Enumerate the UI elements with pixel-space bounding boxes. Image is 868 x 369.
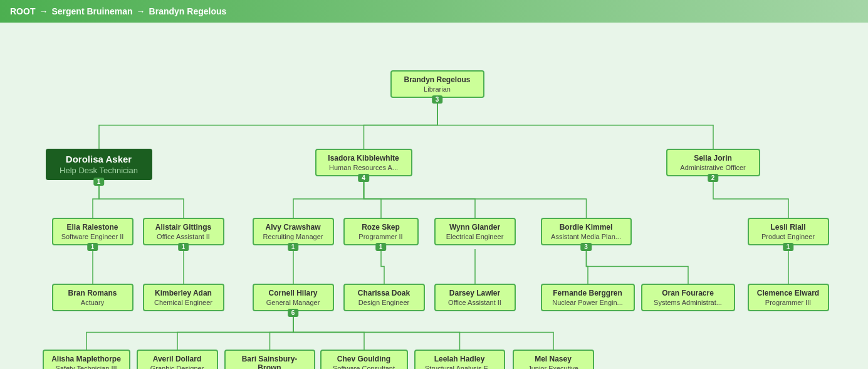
node-role-fernande: Nuclear Power Engin... [548, 299, 627, 306]
node-badge-isadora: 4 [358, 174, 369, 182]
node-role-wynn: Electrical Engineer [442, 233, 508, 240]
node-role-chev: Software Consultant [328, 365, 400, 369]
node-title-alisha: Alisha Maplethorpe [50, 355, 123, 363]
node-role-alisha: Safety Technician III [50, 365, 123, 369]
node-bari[interactable]: Bari Sainsbury-BrownMarketing Assistant [224, 350, 315, 369]
node-role-cornell: General Manager [260, 299, 327, 306]
node-badge-alvy: 1 [288, 243, 299, 251]
node-role-roze: Programmer II [351, 233, 411, 240]
node-alisha[interactable]: Alisha MaplethorpeSafety Technician III [43, 350, 130, 369]
node-title-wynn: Wynn Glander [442, 223, 508, 232]
node-title-sella: Sella Jorin [674, 154, 753, 163]
node-role-bran: Actuary [60, 299, 126, 306]
node-alvy[interactable]: Alvy CrawshawRecruiting Manager1 [253, 218, 334, 245]
arrow-2: → [137, 6, 145, 16]
node-title-cornell: Cornell Hilary [260, 289, 327, 297]
header-bar: ROOT → Sergent Bruineman → Brandyn Regel… [0, 0, 868, 23]
node-wynn[interactable]: Wynn GlanderElectrical Engineer [434, 218, 516, 245]
node-title-fernande: Fernande Berggren [548, 289, 627, 297]
node-badge-cornell: 6 [288, 309, 299, 317]
arrow-1: → [39, 6, 48, 16]
node-cornell[interactable]: Cornell HilaryGeneral Manager6 [253, 284, 334, 311]
node-title-averil: Averil Dollard [144, 355, 211, 363]
node-leelah[interactable]: Leelah HadleyStructural Analysis E... [414, 350, 505, 369]
node-role-darsey: Office Assistant II [442, 299, 508, 306]
node-title-elia: Elia Ralestone [60, 223, 126, 232]
node-title-kimberley: Kimberley Adan [150, 289, 217, 297]
node-badge-lesli: 1 [783, 243, 794, 251]
node-badge-roze: 1 [375, 243, 387, 251]
node-roze[interactable]: Roze SkepProgrammer II1 [343, 218, 419, 245]
node-clemence[interactable]: Clemence ElwardProgrammer III [748, 284, 829, 311]
node-badge-elia: 1 [87, 243, 98, 251]
node-role-dorolisa: Help Desk Technician [53, 166, 145, 175]
node-role-undefined: Librarian [398, 85, 477, 93]
node-chev[interactable]: Chev GouldingSoftware Consultant [320, 350, 408, 369]
node-role-kimberley: Chemical Engineer [150, 299, 217, 306]
node-badge-alistair: 1 [178, 243, 189, 251]
node-darsey[interactable]: Darsey LawlerOffice Assistant II [434, 284, 516, 311]
node-title-bordie: Bordie Kimmel [548, 223, 624, 232]
breadcrumb-1[interactable]: Sergent Bruineman [51, 6, 132, 16]
node-undefined[interactable]: Brandyn RegelousLibrarian3 [390, 70, 484, 98]
node-mel[interactable]: Mel NaseyJunior Executive [513, 350, 594, 369]
node-bordie[interactable]: Bordie KimmelAssistant Media Plan...3 [541, 218, 632, 245]
breadcrumb-root[interactable]: ROOT [10, 6, 35, 16]
node-fernande[interactable]: Fernande BerggrenNuclear Power Engin... [541, 284, 635, 311]
node-title-roze: Roze Skep [351, 223, 411, 232]
node-title-undefined: Brandyn Regelous [398, 75, 477, 84]
breadcrumb-2[interactable]: Brandyn Regelous [149, 6, 227, 16]
node-bran[interactable]: Bran RomansActuary [52, 284, 133, 311]
node-title-bran: Bran Romans [60, 289, 126, 297]
node-lesli[interactable]: Lesli RiallProduct Engineer1 [748, 218, 829, 245]
node-title-darsey: Darsey Lawler [442, 289, 508, 297]
node-title-alvy: Alvy Crawshaw [260, 223, 327, 232]
node-role-isadora: Human Resources A... [323, 164, 405, 171]
node-role-bordie: Assistant Media Plan... [548, 233, 624, 240]
node-averil[interactable]: Averil DollardGraphic Designer [137, 350, 218, 369]
node-title-mel: Mel Nasey [520, 355, 587, 363]
node-alistair[interactable]: Alistair GittingsOffice Assistant II1 [143, 218, 224, 245]
node-title-lesli: Lesli Riall [755, 223, 822, 232]
node-title-oran: Oran Fouracre [649, 289, 728, 297]
node-role-oran: Systems Administrat... [649, 299, 728, 306]
node-title-charissa: Charissa Doak [351, 289, 417, 297]
node-kimberley[interactable]: Kimberley AdanChemical Engineer [143, 284, 224, 311]
node-title-clemence: Clemence Elward [755, 289, 822, 297]
node-role-alvy: Recruiting Manager [260, 233, 327, 240]
node-charissa[interactable]: Charissa DoakDesign Engineer [343, 284, 425, 311]
node-badge-bordie: 3 [580, 243, 592, 251]
node-title-leelah: Leelah Hadley [422, 355, 498, 363]
node-role-mel: Junior Executive [520, 365, 587, 369]
tree-container: Brandyn RegelousLibrarian3Dorolisa Asker… [0, 23, 868, 43]
node-sella[interactable]: Sella JorinAdministrative Officer2 [666, 149, 760, 176]
node-role-elia: Software Engineer II [60, 233, 126, 240]
node-isadora[interactable]: Isadora KibblewhiteHuman Resources A...4 [315, 149, 412, 176]
node-dorolisa[interactable]: Dorolisa AskerHelp Desk Technician1 [46, 149, 152, 180]
node-role-leelah: Structural Analysis E... [422, 365, 498, 369]
node-role-alistair: Office Assistant II [150, 233, 217, 240]
node-badge-dorolisa: 1 [93, 178, 105, 186]
node-role-charissa: Design Engineer [351, 299, 417, 306]
node-title-bari: Bari Sainsbury-Brown [232, 355, 308, 369]
node-elia[interactable]: Elia RalestoneSoftware Engineer II1 [52, 218, 133, 245]
node-badge-undefined: 3 [432, 95, 443, 104]
node-role-sella: Administrative Officer [674, 164, 753, 171]
node-title-dorolisa: Dorolisa Asker [53, 154, 145, 164]
node-badge-sella: 2 [708, 174, 719, 182]
node-title-chev: Chev Goulding [328, 355, 400, 363]
node-role-averil: Graphic Designer [144, 365, 211, 369]
node-oran[interactable]: Oran FouracreSystems Administrat... [641, 284, 735, 311]
node-title-isadora: Isadora Kibblewhite [323, 154, 405, 163]
node-title-alistair: Alistair Gittings [150, 223, 217, 232]
node-role-lesli: Product Engineer [755, 233, 822, 240]
node-role-clemence: Programmer III [755, 299, 822, 306]
